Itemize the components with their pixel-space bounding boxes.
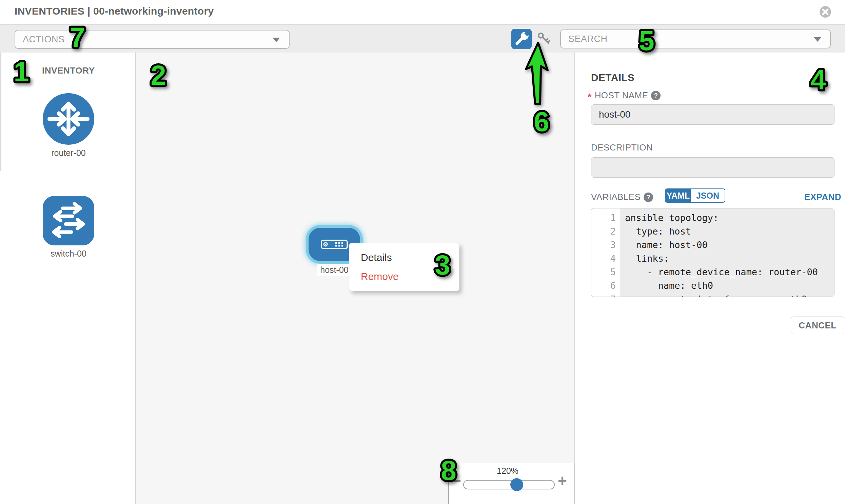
cancel-button[interactable]: CANCEL bbox=[791, 317, 844, 334]
actions-dropdown-label: ACTIONS bbox=[23, 34, 65, 45]
line-number: 2 bbox=[592, 225, 620, 238]
variables-label-row: VARIABLES ? bbox=[591, 192, 653, 202]
tab-yaml[interactable]: YAML bbox=[666, 189, 691, 202]
key-icon bbox=[535, 31, 553, 48]
inventory-sidebar: INVENTORY router-00 switch-00 bbox=[0, 53, 136, 504]
chevron-down-icon bbox=[272, 38, 280, 42]
expand-link[interactable]: EXPAND bbox=[804, 192, 841, 202]
title-bar: INVENTORIES | 00-networking-inventory bbox=[0, 0, 845, 25]
zoom-in-button[interactable]: + bbox=[558, 473, 567, 488]
code-content: ansible_topology: type: host name: host-… bbox=[620, 209, 834, 296]
zoom-level-label: 120% bbox=[474, 466, 542, 476]
switch-icon bbox=[43, 196, 94, 246]
code-line-numbers: 1 2 3 4 5 6 7 bbox=[592, 209, 620, 296]
code-line: - remote_device_name: router-00 bbox=[625, 265, 834, 279]
code-line: type: host bbox=[625, 225, 834, 238]
required-marker: * bbox=[588, 93, 592, 100]
host-name-label: HOST NAME bbox=[595, 90, 648, 101]
line-number: 3 bbox=[592, 238, 620, 252]
line-number: 4 bbox=[592, 252, 620, 265]
zoom-control-panel: 120% − + bbox=[448, 463, 575, 504]
host-name-label-row: * HOST NAME ? bbox=[588, 90, 661, 101]
server-icon bbox=[321, 240, 348, 249]
description-label-row: DESCRIPTION bbox=[591, 142, 653, 153]
sidebar-item-label: switch-00 bbox=[43, 249, 94, 258]
details-panel: DETAILS * HOST NAME ? DESCRIPTION VARIAB… bbox=[575, 53, 845, 504]
host-name-input[interactable] bbox=[591, 104, 834, 125]
zoom-out-button[interactable]: − bbox=[452, 473, 461, 488]
code-line: name: host-00 bbox=[625, 238, 834, 252]
details-title: DETAILS bbox=[591, 72, 634, 84]
sidebar-item-label: router-00 bbox=[43, 148, 94, 158]
toggle-toolbox-button[interactable] bbox=[511, 29, 532, 49]
search-dropdown-label: SEARCH bbox=[568, 34, 608, 44]
help-icon[interactable]: ? bbox=[651, 91, 661, 100]
host-node-label: host-00 bbox=[317, 264, 351, 276]
router-icon bbox=[43, 93, 94, 145]
help-icon[interactable]: ? bbox=[644, 193, 653, 202]
actions-dropdown[interactable]: ACTIONS bbox=[15, 30, 289, 49]
description-input[interactable] bbox=[591, 157, 834, 178]
sidebar-title: INVENTORY bbox=[42, 66, 95, 76]
scrollbar[interactable] bbox=[0, 53, 1, 171]
context-menu: Details Remove bbox=[349, 243, 459, 291]
line-number: 6 bbox=[592, 279, 620, 292]
close-icon bbox=[819, 6, 831, 18]
code-line: links: bbox=[625, 252, 834, 265]
chevron-down-icon bbox=[814, 37, 821, 42]
code-line: name: eth0 bbox=[625, 279, 834, 292]
line-number: 5 bbox=[592, 265, 620, 279]
sidebar-item-router[interactable]: router-00 bbox=[43, 93, 94, 158]
breadcrumb: INVENTORIES | 00-networking-inventory bbox=[15, 5, 214, 17]
search-dropdown[interactable]: SEARCH bbox=[560, 30, 831, 49]
key-button[interactable] bbox=[535, 31, 553, 48]
variables-format-toggle: YAML JSON bbox=[665, 188, 725, 203]
context-menu-item-remove[interactable]: Remove bbox=[349, 267, 459, 286]
close-button[interactable] bbox=[819, 6, 831, 18]
code-line: remote_interface_name: eth0 bbox=[625, 292, 834, 297]
line-number: 1 bbox=[592, 211, 620, 225]
line-number: 7 bbox=[592, 292, 620, 297]
wrench-icon bbox=[511, 29, 532, 49]
tab-json[interactable]: JSON bbox=[691, 189, 725, 202]
context-menu-item-details[interactable]: Details bbox=[349, 248, 459, 267]
variables-code-editor[interactable]: 1 2 3 4 5 6 7 ansible_topology: type: ho… bbox=[591, 208, 834, 297]
zoom-slider-track[interactable] bbox=[463, 480, 555, 489]
description-label: DESCRIPTION bbox=[591, 142, 653, 153]
variables-label: VARIABLES bbox=[591, 192, 640, 202]
zoom-slider-thumb[interactable] bbox=[510, 478, 523, 491]
code-line: ansible_topology: bbox=[625, 211, 834, 225]
sidebar-item-switch[interactable]: switch-00 bbox=[43, 196, 94, 258]
